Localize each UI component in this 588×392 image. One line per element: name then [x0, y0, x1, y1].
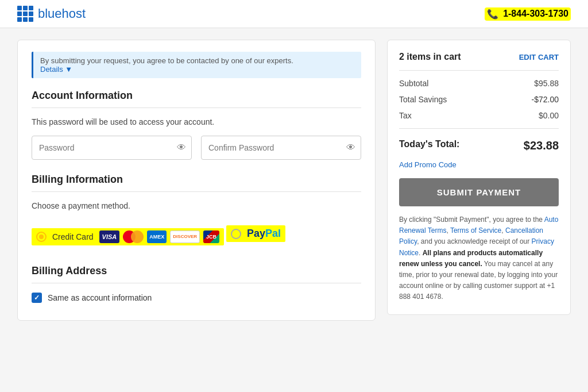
- savings-row: Total Savings -$72.00: [399, 91, 559, 107]
- confirm-password-field-wrapper: 👁: [201, 136, 361, 160]
- credit-card-option[interactable]: Credit Card VISA AMEX DISCOVER JCB: [32, 228, 224, 245]
- phone-icon: 📞: [487, 9, 498, 20]
- terms-of-service-link[interactable]: Terms of Service: [450, 226, 501, 235]
- amex-icon: AMEX: [147, 230, 167, 243]
- billing-divider: [32, 191, 361, 192]
- main-layout: By submitting your request, you agree to…: [0, 28, 588, 332]
- same-as-account-checkbox[interactable]: ✓: [32, 293, 42, 303]
- account-section: Account Information This password will b…: [32, 90, 361, 160]
- tax-row: Tax $0.00: [399, 107, 559, 124]
- terms-text: By clicking "Submit Payment", you agree …: [399, 214, 559, 303]
- logo-text: bluehost: [38, 6, 86, 21]
- mastercard-icon: [123, 230, 144, 243]
- add-promo-link[interactable]: Add Promo Code: [399, 160, 559, 169]
- subtotal-label: Subtotal: [399, 79, 428, 88]
- left-panel: By submitting your request, you agree to…: [17, 40, 376, 321]
- tax-label: Tax: [399, 111, 412, 120]
- credit-card-label: Credit Card: [52, 232, 94, 241]
- account-divider: [32, 107, 361, 108]
- billing-section-title: Billing Information: [32, 174, 361, 186]
- same-as-account-label: Same as account information: [48, 293, 152, 302]
- logo-grid-icon: [17, 6, 33, 22]
- payment-description: Choose a payment method.: [32, 201, 361, 210]
- total-row: Today's Total: $23.88: [399, 133, 559, 158]
- submit-payment-button[interactable]: SUBMIT PAYMENT: [399, 178, 559, 206]
- billing-address-section: Billing Address ✓ Same as account inform…: [32, 265, 361, 303]
- edit-cart-link[interactable]: EDIT CART: [519, 53, 559, 62]
- phone-number: 1-844-303-1730: [503, 9, 568, 19]
- password-eye-icon[interactable]: 👁: [177, 143, 186, 153]
- password-field-wrapper: 👁: [32, 136, 192, 160]
- cart-header: 2 items in cart EDIT CART: [399, 52, 559, 62]
- confirm-password-eye-icon[interactable]: 👁: [346, 143, 355, 153]
- visa-icon: VISA: [99, 230, 120, 243]
- total-value: $23.88: [524, 139, 559, 152]
- discover-icon: DISCOVER: [170, 230, 200, 243]
- right-panel: 2 items in cart EDIT CART Subtotal $95.8…: [387, 40, 571, 315]
- billing-address-title: Billing Address: [32, 265, 361, 277]
- cart-divider-top: [399, 70, 559, 71]
- savings-value: -$72.00: [532, 95, 559, 104]
- confirm-password-input[interactable]: [201, 136, 361, 160]
- paypal-radio[interactable]: [231, 229, 241, 239]
- top-notice: By submitting your request, you agree to…: [32, 52, 361, 78]
- cart-divider-mid: [399, 128, 559, 129]
- card-icons: VISA AMEX DISCOVER JCB: [99, 230, 220, 243]
- account-description: This password will be used to access you…: [32, 117, 361, 126]
- phone-badge[interactable]: 📞 1-844-303-1730: [485, 7, 571, 21]
- billing-address-divider: [32, 283, 361, 283]
- subtotal-row: Subtotal $95.88: [399, 75, 559, 91]
- password-input[interactable]: [32, 136, 192, 160]
- subtotal-value: $95.88: [534, 79, 559, 88]
- same-as-account-row[interactable]: ✓ Same as account information: [32, 293, 361, 303]
- terms-prefix: By clicking "Submit Payment", you agree …: [399, 216, 544, 224]
- logo-area: bluehost: [17, 6, 86, 22]
- credit-card-radio[interactable]: [36, 232, 47, 242]
- jcb-icon: JCB: [203, 230, 219, 243]
- savings-label: Total Savings: [399, 95, 447, 104]
- cart-title: 2 items in cart: [399, 52, 461, 62]
- paypal-logo: PayPal: [247, 228, 281, 240]
- billing-section: Billing Information Choose a payment met…: [32, 174, 361, 253]
- account-section-title: Account Information: [32, 90, 361, 102]
- total-label: Today's Total:: [399, 139, 459, 152]
- terms-and: and you acknowledge receipt of our: [421, 237, 532, 245]
- tax-value: $0.00: [539, 111, 559, 120]
- top-notice-text: By submitting your request, you agree to…: [40, 56, 293, 65]
- header: bluehost 📞 1-844-303-1730: [0, 0, 588, 28]
- password-row: 👁 👁: [32, 136, 361, 160]
- details-link[interactable]: Details ▼: [40, 65, 72, 74]
- paypal-option[interactable]: PayPal: [226, 225, 285, 242]
